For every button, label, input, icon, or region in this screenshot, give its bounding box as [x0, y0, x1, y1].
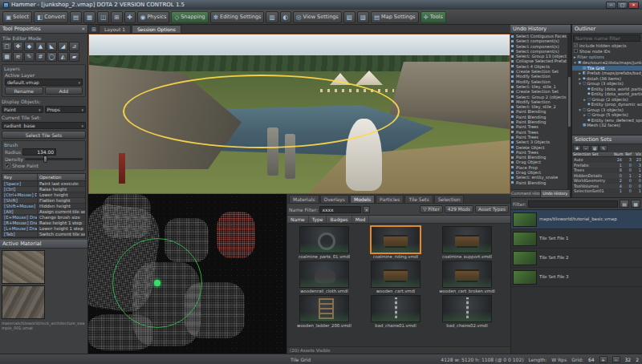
toolbar-button[interactable]: ✛ Tools	[421, 11, 446, 23]
asset-thumbnail[interactable]	[442, 226, 492, 253]
filter-input[interactable]	[528, 200, 618, 208]
tile-tool-button[interactable]: ▦	[2, 52, 12, 62]
tile-tool-button[interactable]: ◆	[24, 42, 35, 51]
toolbar-button[interactable]: ◇ Snapping	[171, 11, 208, 23]
tile-tool-button[interactable]: ◭	[58, 52, 68, 62]
toolbar-button[interactable]: ▤	[70, 11, 82, 23]
grid-decrease-button[interactable]: −	[612, 356, 620, 363]
toolbar-button[interactable]: ▧	[343, 11, 356, 23]
asset-column-header[interactable]: Mod	[352, 216, 370, 223]
outliner-filter-input[interactable]	[573, 34, 640, 42]
asset-types-button[interactable]: Asset Types	[475, 205, 509, 213]
asset-column-header[interactable]: Type	[309, 216, 327, 223]
asset-column-header[interactable]: Name	[287, 216, 309, 223]
toolbar-button[interactable]: ▥	[266, 11, 278, 23]
minimize-button[interactable]: ─	[606, 2, 616, 9]
toolbar-button[interactable]: ✻ Editing Settings	[210, 11, 265, 23]
toolbar-button[interactable]: ▣ Select	[2, 11, 32, 23]
mods-button[interactable]: 429 Mods	[445, 205, 473, 213]
material-thumbnail[interactable]	[2, 285, 45, 319]
outliner-tree-row[interactable]: ▦ Mesh (32 faces)	[572, 123, 642, 128]
asset-item[interactable]: bad_chains01.vmdl	[361, 295, 430, 328]
layout-grid-icon[interactable]: ⊞	[90, 26, 98, 33]
asset-browser-tab[interactable]: Models	[350, 195, 375, 203]
tile-tool-button[interactable]: ▰	[69, 52, 79, 62]
3d-viewport[interactable]	[88, 34, 510, 194]
toolbar-button[interactable]: ▦	[83, 11, 95, 23]
display-props-select[interactable]: Props	[45, 106, 87, 113]
toolbar-button[interactable]: ▨	[357, 11, 369, 23]
display-paint-select[interactable]: Paint	[2, 106, 43, 113]
tile-set-file-row[interactable]: Tile Set File 2	[511, 249, 642, 268]
toolbar-button[interactable]: ✚	[124, 11, 136, 23]
asset-browser-tab[interactable]: Particles	[376, 195, 404, 203]
show-paint-checkbox[interactable]: ✓	[5, 163, 10, 168]
tile-set-file-row[interactable]: maps/tileworld/tutorial_basic.vmap	[511, 210, 642, 229]
tile-tool-button[interactable]: ✎	[24, 52, 35, 62]
asset-thumbnail[interactable]	[371, 295, 421, 322]
close-button[interactable]: ✕	[628, 2, 639, 9]
filter-options-toggle[interactable]: ▸ Filter options	[572, 54, 642, 60]
asset-item[interactable]: bad_chains02.vmdl	[433, 295, 502, 328]
asset-thumbnail[interactable]	[442, 261, 492, 288]
tile-tool-button[interactable]: ◢	[58, 42, 68, 51]
material-thumbnail[interactable]	[2, 250, 45, 284]
toolbar-button[interactable]: ◐	[280, 11, 292, 23]
current-tileset-select[interactable]: radiant_base	[2, 122, 86, 129]
selection-sets-tool-button[interactable]: ✎	[599, 145, 607, 152]
asset-item[interactable]: woodenrail_cloth.vmdl	[290, 261, 359, 293]
tree-expander-icon[interactable]	[578, 123, 582, 128]
tree-expander-icon[interactable]: ▾	[578, 107, 582, 113]
asset-browser-tab[interactable]: Materials	[289, 195, 319, 203]
density-slider-thumb[interactable]	[43, 156, 47, 163]
tree-expander-icon[interactable]: ▾	[578, 81, 582, 87]
asset-thumbnail[interactable]	[299, 295, 349, 322]
selection-sets-tool-button[interactable]: ▦	[591, 145, 599, 152]
asset-browser-tab[interactable]: Overlays	[320, 195, 349, 203]
toolbar-button[interactable]: ◎ View Settings	[293, 11, 342, 23]
show-node-ids-checkbox[interactable]	[574, 49, 578, 53]
panel-close-icon[interactable]: ✕	[81, 26, 85, 31]
select-tilesets-button[interactable]: Select Tile Sets	[2, 131, 86, 139]
radius-input[interactable]	[22, 148, 56, 156]
selection-set-row[interactable]: SelectionSet01 1 0 1	[572, 188, 642, 194]
grid-increase-button[interactable]: +	[599, 356, 607, 363]
tile-tool-button[interactable]: ▲	[35, 42, 46, 51]
undo-scrollbar-thumb[interactable]	[568, 77, 571, 127]
add-layer-button[interactable]: Add	[45, 87, 83, 95]
include-hidden-checkbox[interactable]: ✓	[574, 43, 578, 47]
tile-tool-button[interactable]: ◣	[47, 42, 57, 51]
tile-tool-button[interactable]: ◯	[47, 52, 57, 62]
name-filter-input[interactable]	[319, 206, 361, 213]
asset-thumbnail[interactable]	[371, 261, 421, 288]
toolbar-button[interactable]: ◉ Physics	[137, 11, 170, 23]
asset-thumbnail[interactable]	[299, 261, 349, 288]
active-layer-select[interactable]: default.vmap	[5, 79, 83, 86]
view-mode-button[interactable]: ▤	[620, 200, 629, 208]
clear-filter-icon[interactable]: ✕	[363, 206, 370, 213]
history-tab[interactable]: Undo History	[541, 190, 571, 197]
undo-scrollbar[interactable]	[567, 34, 571, 189]
tile-tool-button[interactable]: ⊿	[69, 42, 79, 51]
selection-sets-tool-button[interactable]: ✚	[573, 145, 581, 152]
tile-tool-button[interactable]: ✚	[13, 42, 23, 51]
asset-item[interactable]: wooden_cart_broken.vmdl	[433, 261, 502, 293]
tree-expander-icon[interactable]: ▾	[573, 60, 577, 66]
tile-tool-button[interactable]: ▢	[2, 42, 12, 51]
tile-tool-button[interactable]: #	[35, 52, 46, 62]
asset-column-header[interactable]: Badges	[327, 216, 351, 223]
tile-set-file-row[interactable]: Tile Set File 3	[511, 268, 642, 287]
asset-browser-tab[interactable]: Selection	[434, 195, 465, 203]
toolbar-button[interactable]: ⊞	[111, 11, 122, 23]
view-mode-button[interactable]: ▦	[631, 200, 640, 208]
asset-thumbnail[interactable]	[442, 295, 492, 322]
asset-item[interactable]: coalmine_parts_01.vmdl	[290, 226, 359, 259]
viewport-tab[interactable]: Session Options	[132, 25, 181, 33]
asset-item[interactable]: wooden_ladder_200.vmdl	[290, 295, 359, 328]
selection-sets-tool-button[interactable]: −	[582, 145, 590, 152]
asset-item[interactable]: coalmine_riding.vmdl	[361, 226, 430, 259]
asset-thumbnail[interactable]	[299, 226, 349, 253]
2d-top-view[interactable]	[88, 194, 287, 354]
toolbar-button[interactable]: ▤ Map Settings	[371, 11, 419, 23]
asset-item[interactable]: coalmine_support.vmdl	[433, 226, 502, 259]
